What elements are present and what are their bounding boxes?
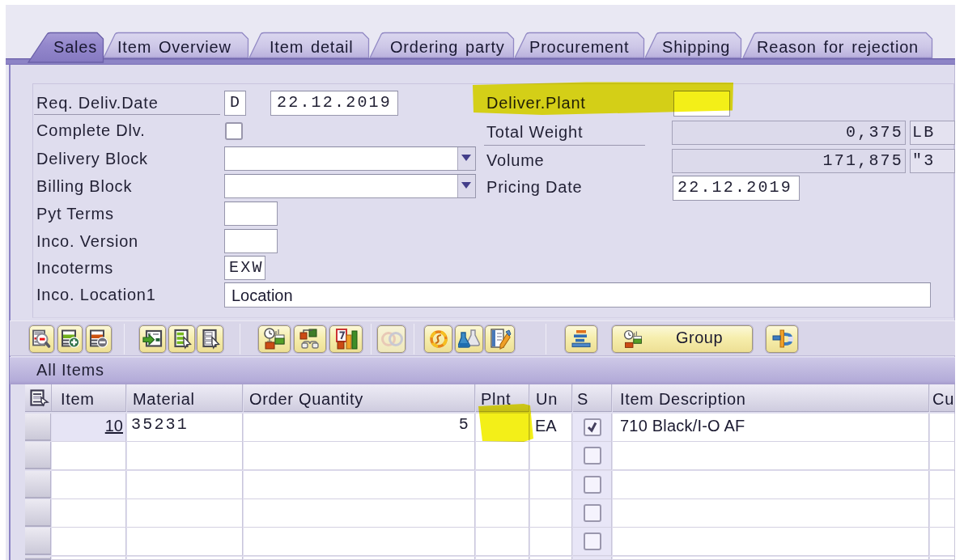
svg-text:Item detail: Item detail — [270, 38, 354, 56]
svg-text:Ordering party: Ordering party — [390, 38, 505, 56]
svg-text:Sales: Sales — [53, 38, 97, 56]
svg-text:Reason for rejection: Reason for rejection — [757, 38, 919, 56]
svg-text:Shipping: Shipping — [662, 38, 730, 56]
svg-text:Procurement: Procurement — [529, 38, 629, 56]
svg-text:Item Overview: Item Overview — [117, 38, 231, 56]
